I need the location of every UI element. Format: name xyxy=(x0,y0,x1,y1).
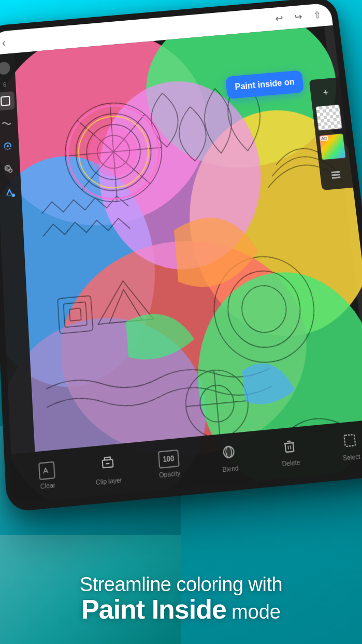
delete-label: Delete xyxy=(282,458,300,468)
clip-layer-label: Clip layer xyxy=(96,476,123,486)
back-button[interactable]: ‹ xyxy=(2,36,6,49)
brush-knob xyxy=(0,61,10,75)
clip-layer-tool[interactable]: Clip layer xyxy=(77,450,140,491)
svg-rect-39 xyxy=(331,171,340,174)
canvas-area: 6 xyxy=(0,25,362,505)
svg-rect-32 xyxy=(1,96,10,106)
phone-device: ‹ ↩ ↪ ⇧ xyxy=(0,0,362,512)
paint-inside-label: Paint inside on xyxy=(235,77,295,91)
clear-icon xyxy=(38,461,55,480)
opacity-tool[interactable]: 100 Opacity xyxy=(137,445,200,483)
blend-label: Blend xyxy=(222,464,239,473)
svg-point-37 xyxy=(7,167,8,169)
svg-rect-40 xyxy=(331,174,340,176)
empty-layer-thumb[interactable] xyxy=(315,104,343,131)
svg-point-33 xyxy=(7,145,9,148)
add-layer-button[interactable]: + xyxy=(314,82,338,103)
smudge-tool[interactable] xyxy=(0,114,16,133)
rectangle-tool[interactable] xyxy=(0,91,15,111)
clear-tool[interactable]: Clear xyxy=(16,456,79,495)
undo-button[interactable]: ↩ xyxy=(274,12,283,24)
opacity-label: Opacity xyxy=(159,469,181,479)
clip-layer-icon xyxy=(100,454,116,475)
phone-screen: ‹ ↩ ↪ ⇧ xyxy=(0,3,362,504)
svg-point-44 xyxy=(226,446,233,458)
eye-dropper-tool[interactable] xyxy=(0,159,19,179)
redo-button[interactable]: ↪ xyxy=(294,11,302,23)
svg-rect-45 xyxy=(285,443,294,452)
tagline-line1: Streamline coloring with xyxy=(80,574,282,596)
tagline-bold: Paint Inside xyxy=(81,596,226,623)
blend-tool[interactable]: Blend xyxy=(198,439,262,478)
delete-tool[interactable]: Delete xyxy=(258,433,322,472)
blend-icon xyxy=(221,443,237,464)
brush-size-indicator xyxy=(0,59,13,78)
opacity-value: 100 xyxy=(157,450,179,469)
select-tool[interactable]: Select xyxy=(318,427,362,466)
brush-size-label: 6 xyxy=(3,81,6,88)
paint-bucket-tool[interactable] xyxy=(1,182,20,203)
phone-container: ‹ ↩ ↪ ⇧ xyxy=(0,0,362,519)
layers-stack-button[interactable] xyxy=(324,164,349,186)
art-layer-thumb[interactable] xyxy=(319,133,346,160)
sync-tool[interactable] xyxy=(0,136,17,157)
clear-label: Clear xyxy=(40,481,55,490)
bottom-text-section: Streamline coloring with Paint Inside mo… xyxy=(0,514,362,644)
delete-icon xyxy=(281,438,298,457)
select-icon xyxy=(341,432,358,452)
svg-rect-46 xyxy=(344,435,355,446)
select-label: Select xyxy=(342,453,360,462)
tagline-mode: mode xyxy=(231,601,281,623)
svg-rect-41 xyxy=(332,176,341,179)
share-button[interactable]: ⇧ xyxy=(313,9,322,21)
